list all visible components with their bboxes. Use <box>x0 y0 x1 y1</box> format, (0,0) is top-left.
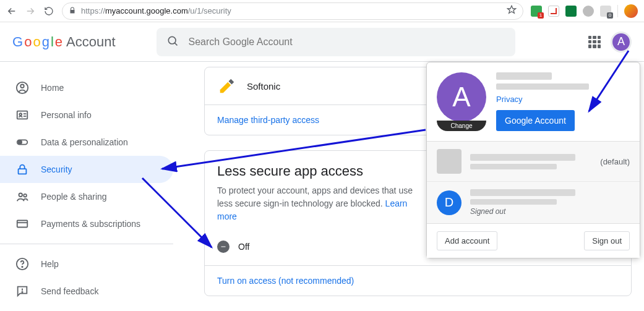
account-avatar[interactable]: A <box>611 32 632 53</box>
bookmark-star-icon[interactable] <box>507 5 517 17</box>
browser-forward-button[interactable] <box>25 6 36 17</box>
extension-icon[interactable] <box>548 6 559 17</box>
google-account-logo[interactable]: Google Account <box>12 34 116 50</box>
svg-rect-3 <box>17 111 28 119</box>
search-icon <box>166 35 179 49</box>
sign-out-button[interactable]: Sign out <box>584 231 630 250</box>
browser-omnibox[interactable]: https://myaccount.google.com/u/1/securit… <box>62 2 523 20</box>
status-off-icon <box>217 241 230 253</box>
id-card-icon <box>15 108 30 122</box>
redacted-email <box>470 199 557 205</box>
people-icon <box>15 190 30 203</box>
extension-icon[interactable] <box>600 6 611 17</box>
search-input[interactable] <box>189 36 505 48</box>
search-box[interactable] <box>157 28 515 56</box>
sidebar-item-security[interactable]: Security <box>0 156 173 183</box>
less-secure-description: To protect your account, apps and device… <box>205 184 440 236</box>
sidebar-item-people-sharing[interactable]: People & sharing <box>0 183 173 210</box>
svg-rect-14 <box>221 247 226 247</box>
svg-point-12 <box>22 266 22 267</box>
redacted-name <box>470 189 575 196</box>
browser-extension-icons <box>531 4 638 18</box>
google-apps-icon[interactable] <box>588 36 601 48</box>
redacted-name <box>470 154 575 161</box>
app-header: Google Account A <box>0 22 644 62</box>
toggle-icon <box>15 135 30 149</box>
default-label: (default) <box>600 157 630 166</box>
sidebar-item-label: Payments & subscriptions <box>41 219 140 229</box>
account-row[interactable]: (default) <box>427 142 640 181</box>
sidebar-item-label: People & sharing <box>41 192 107 202</box>
svg-point-8 <box>19 194 23 197</box>
add-account-button[interactable]: Add account <box>437 231 497 250</box>
feedback-icon <box>15 284 30 298</box>
account-row[interactable]: D Signed out <box>427 181 640 223</box>
sidebar-item-help[interactable]: Help <box>0 250 173 278</box>
svg-rect-7 <box>19 169 27 174</box>
person-circle-icon <box>15 81 30 95</box>
lock-icon <box>15 163 30 176</box>
signed-out-label: Signed out <box>470 207 575 216</box>
sidebar-item-label: Data & personalization <box>41 137 128 147</box>
softonic-app-icon <box>217 76 237 96</box>
sidebar-item-data-personalization[interactable]: Data & personalization <box>0 129 173 156</box>
sidebar-item-personal-info[interactable]: Personal info <box>0 101 173 129</box>
svg-point-2 <box>20 85 24 88</box>
google-account-button[interactable]: Google Account <box>496 110 575 131</box>
svg-point-6 <box>19 140 22 144</box>
svg-point-13 <box>22 292 22 292</box>
turn-on-access-link[interactable]: Turn on access (not recommended) <box>217 276 354 286</box>
manage-third-party-link[interactable]: Manage third-party access <box>217 115 319 125</box>
sidebar-item-feedback[interactable]: Send feedback <box>0 278 173 305</box>
redacted-email <box>496 83 589 90</box>
sidebar-item-label: Security <box>41 164 72 174</box>
status-off-label: Off <box>238 242 249 252</box>
account-avatar-icon: D <box>437 190 462 215</box>
redacted-email <box>470 164 557 169</box>
browser-reload-button[interactable] <box>43 6 54 17</box>
sidebar-nav: Home Personal info Data & personalizatio… <box>0 62 173 311</box>
privacy-link[interactable]: Privacy <box>496 95 630 104</box>
sidebar-item-label: Send feedback <box>41 286 98 296</box>
redacted-name <box>496 72 552 80</box>
sidebar-item-label: Personal info <box>41 110 92 120</box>
account-switcher-popup: A Change Privacy Google Account (default… <box>426 62 640 258</box>
extension-icon[interactable] <box>531 6 542 17</box>
browser-back-button[interactable] <box>6 6 17 17</box>
svg-rect-10 <box>17 221 28 228</box>
svg-point-4 <box>19 113 22 116</box>
url-text: https://myaccount.google.com/u/1/securit… <box>81 6 231 15</box>
extension-icon[interactable] <box>565 6 577 17</box>
account-avatar-icon <box>437 149 462 174</box>
lock-icon <box>69 6 76 16</box>
browser-chrome: https://myaccount.google.com/u/1/securit… <box>0 0 644 22</box>
sidebar-item-label: Help <box>41 259 59 269</box>
svg-point-9 <box>24 194 27 197</box>
browser-profile-avatar[interactable] <box>624 4 638 18</box>
change-avatar-label[interactable]: Change <box>437 121 486 131</box>
sidebar-item-label: Home <box>41 83 64 93</box>
popup-avatar[interactable]: A Change <box>437 72 486 131</box>
svg-point-0 <box>168 36 176 44</box>
sidebar-item-payments-subscriptions[interactable]: Payments & subscriptions <box>0 210 173 237</box>
help-icon <box>15 257 30 271</box>
sidebar-item-home[interactable]: Home <box>0 74 173 101</box>
card-icon <box>15 217 30 231</box>
third-party-app-name: Softonic <box>247 81 280 92</box>
extension-icon[interactable] <box>583 6 594 17</box>
